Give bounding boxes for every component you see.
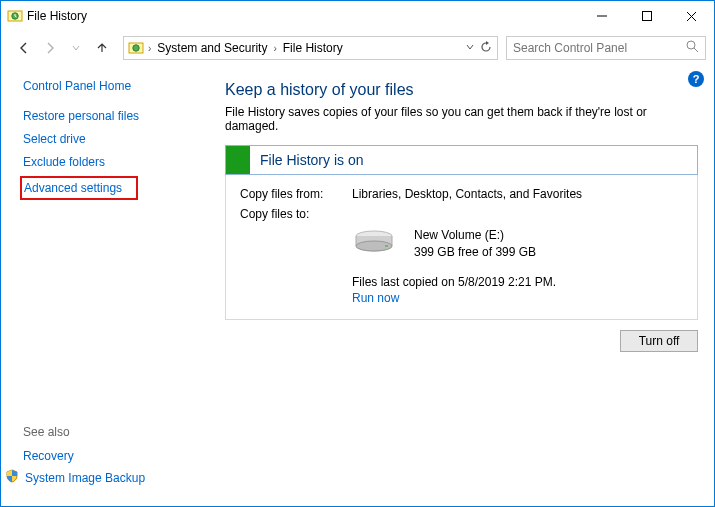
breadcrumb-dropdown-icon[interactable] [465, 41, 475, 55]
exclude-folders-link[interactable]: Exclude folders [23, 155, 211, 169]
advanced-settings-link[interactable]: Advanced settings [24, 181, 130, 195]
turn-off-button[interactable]: Turn off [620, 330, 698, 352]
titlebar: File History [1, 1, 714, 31]
chevron-right-icon[interactable]: › [146, 43, 153, 54]
forward-button[interactable] [39, 37, 61, 59]
status-box: File History is on [225, 145, 698, 175]
copy-from-label: Copy files from: [240, 187, 352, 201]
svg-point-7 [133, 45, 139, 51]
advanced-settings-highlight: Advanced settings [20, 176, 138, 200]
search-box[interactable] [506, 36, 706, 60]
svg-rect-3 [642, 12, 651, 21]
select-drive-link[interactable]: Select drive [23, 132, 211, 146]
window-title: File History [27, 9, 87, 23]
hard-drive-icon [352, 228, 396, 259]
search-icon[interactable] [686, 40, 699, 56]
chevron-right-icon[interactable]: › [271, 43, 278, 54]
drive-block: New Volume (E:) 399 GB free of 399 GB [352, 227, 683, 261]
drive-free-space: 399 GB free of 399 GB [414, 244, 536, 261]
see-also-label: See also [23, 425, 145, 439]
minimize-button[interactable] [579, 2, 624, 31]
shield-icon [5, 469, 19, 486]
detail-box: Copy files from: Libraries, Desktop, Con… [225, 175, 698, 320]
svg-rect-12 [385, 245, 388, 247]
back-button[interactable] [13, 37, 35, 59]
page-heading: Keep a history of your files [225, 81, 698, 99]
status-indicator-icon [226, 146, 250, 174]
content-area: ? Control Panel Home Restore personal fi… [1, 65, 714, 506]
file-history-window: File History [0, 0, 715, 507]
breadcrumb[interactable]: › System and Security › File History [123, 36, 498, 60]
recent-locations-button[interactable] [65, 37, 87, 59]
svg-line-9 [694, 48, 698, 52]
window-controls [579, 2, 714, 31]
status-label: File History is on [250, 152, 363, 168]
refresh-icon[interactable] [479, 40, 493, 57]
last-copied-text: Files last copied on 5/8/2019 2:21 PM. [352, 275, 683, 289]
drive-name: New Volume (E:) [414, 227, 536, 244]
recovery-label: Recovery [23, 449, 74, 463]
maximize-button[interactable] [624, 2, 669, 31]
close-button[interactable] [669, 2, 714, 31]
system-image-backup-link[interactable]: System Image Backup [5, 469, 145, 486]
navbar: › System and Security › File History [1, 31, 714, 65]
file-history-icon [7, 8, 23, 24]
page-description: File History saves copies of your files … [225, 105, 698, 133]
breadcrumb-seg-file-history[interactable]: File History [279, 41, 347, 55]
control-panel-home-link[interactable]: Control Panel Home [23, 79, 211, 93]
copy-from-value: Libraries, Desktop, Contacts, and Favori… [352, 187, 683, 201]
breadcrumb-icon [128, 40, 144, 56]
svg-point-8 [687, 41, 695, 49]
sidebar-bottom: See also Recovery System Image Backup [23, 425, 145, 492]
system-image-backup-label: System Image Backup [25, 471, 145, 485]
breadcrumb-seg-system-security[interactable]: System and Security [153, 41, 271, 55]
up-button[interactable] [91, 37, 113, 59]
search-input[interactable] [513, 41, 673, 55]
recovery-link[interactable]: Recovery [23, 449, 145, 463]
restore-personal-files-link[interactable]: Restore personal files [23, 109, 211, 123]
run-now-link[interactable]: Run now [352, 291, 683, 305]
main-panel: Keep a history of your files File Histor… [211, 65, 714, 506]
sidebar: Control Panel Home Restore personal file… [1, 65, 211, 506]
copy-to-label: Copy files to: [240, 207, 352, 221]
